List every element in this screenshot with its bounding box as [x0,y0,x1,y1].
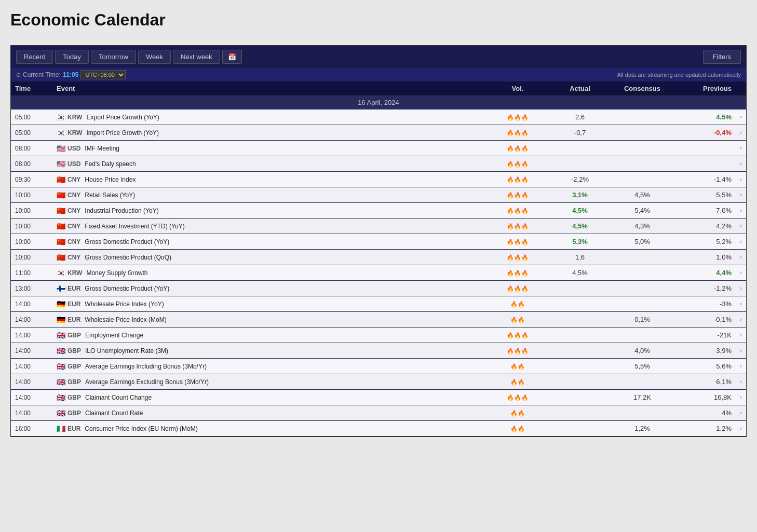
row-arrow[interactable]: › [736,252,746,262]
btn-week[interactable]: Week [138,50,171,64]
row-arrow[interactable]: › [736,159,746,169]
event-name: Export Price Growth (YoY) [86,114,159,121]
calendar-icon-button[interactable]: 📅 [222,50,242,64]
table-row[interactable]: 10:00 🇨🇳 CNY Fixed Asset Investment (YTD… [11,219,746,234]
streaming-text: All data are streaming and updated autom… [617,72,741,78]
row-actual [549,333,611,337]
row-arrow[interactable]: › [736,361,746,371]
row-volatility: 🔥🔥🔥 [486,391,549,403]
row-event: 🇰🇷 KRW Money Supply Growth [52,267,486,279]
table-row[interactable]: 10:00 🇨🇳 CNY Industrial Production (YoY)… [11,203,746,219]
row-arrow[interactable]: › [736,174,746,184]
row-actual [549,364,611,369]
row-volatility: 🔥🔥🔥 [486,329,549,341]
row-arrow[interactable]: › [736,221,746,231]
row-event: 🇮🇹 EUR Consumer Price Index (EU Norm) (M… [52,422,486,435]
row-arrow[interactable]: › [736,112,746,122]
row-arrow[interactable]: › [736,206,746,215]
table-row[interactable]: 11:00 🇰🇷 KRW Money Supply Growth 🔥🔥🔥 4,5… [11,265,746,281]
flame-icon: 🔥 [507,114,514,120]
row-actual: 3,1% [549,189,611,201]
table-row[interactable]: 14:00 🇬🇧 GBP Average Earnings Including … [11,359,746,374]
row-consensus [611,178,673,182]
flame-icon: 🔥 [507,285,514,292]
table-row[interactable]: 10:00 🇨🇳 CNY Gross Domestic Product (YoY… [11,234,746,250]
flame-icon: 🔥 [521,348,529,354]
row-arrow[interactable]: › [736,128,746,138]
row-arrow[interactable]: › [736,190,746,200]
row-arrow[interactable]: › [736,346,746,356]
flame-icon: 🔥 [507,208,514,214]
currency-code: KRW [67,269,82,277]
row-arrow[interactable]: › [736,330,746,340]
table-row[interactable]: 09:30 🇨🇳 CNY House Price Index 🔥🔥🔥 -2,2%… [11,172,746,187]
row-volatility: 🔥🔥🔥 [486,204,549,216]
table-row[interactable]: 14:00 🇬🇧 GBP ILO Unemployment Rate (3M) … [11,343,746,359]
table-row[interactable]: 05:00 🇰🇷 KRW Export Price Growth (YoY) 🔥… [11,110,746,125]
row-time: 14:00 [11,376,52,388]
row-arrow[interactable]: › [736,299,746,309]
row-event: 🇨🇳 CNY House Price Index [52,173,486,186]
row-arrow[interactable]: › [736,315,746,324]
country-flag: 🇨🇳 [57,222,65,230]
table-row[interactable]: 10:00 🇨🇳 CNY Gross Domestic Product (QoQ… [11,250,746,265]
table-row[interactable]: 16:00 🇮🇹 EUR Consumer Price Index (EU No… [11,421,746,436]
row-time: 14:00 [11,330,52,341]
btn-next-week[interactable]: Next week [173,50,220,64]
table-row[interactable]: 14:00 🇩🇪 EUR Wholesale Price Index (MoM)… [11,312,746,328]
table-row[interactable]: 05:00 🇰🇷 KRW Import Price Growth (YoY) 🔥… [11,125,746,141]
btn-recent[interactable]: Recent [16,50,53,64]
filters-button[interactable]: Filters [703,50,741,64]
row-arrow[interactable]: › [736,392,746,402]
row-actual: 2,6 [549,111,611,123]
row-event: 🇬🇧 GBP Employment Change [52,329,486,342]
table-row[interactable]: 08:00 🇺🇸 USD IMF Meeting 🔥🔥🔥 › [11,141,746,156]
row-arrow[interactable]: › [736,283,746,293]
row-event: 🇫🇮 EUR Gross Domestic Product (YoY) [52,282,486,295]
table-row[interactable]: 10:00 🇨🇳 CNY Retail Sales (YoY) 🔥🔥🔥 3,1%… [11,187,746,203]
btn-today[interactable]: Today [55,50,89,64]
row-previous: -1,2% [673,282,736,294]
country-flag: 🇨🇳 [57,175,65,184]
btn-tomorrow[interactable]: Tomorrow [91,50,136,64]
nav-buttons: Recent Today Tomorrow Week Next week 📅 [16,50,242,64]
flame-icon: 🔥 [521,145,529,152]
timezone-select[interactable]: UTC+08:00 UTC+00:00 UTC-05:00 [80,70,126,79]
flame-icon: 🔥 [521,223,529,229]
flame-icon: 🔥 [521,208,529,214]
row-time: 09:30 [11,174,52,185]
table-row[interactable]: 14:00 🇬🇧 GBP Average Earnings Excluding … [11,374,746,390]
col-arrow-header [736,85,746,92]
flame-icon: 🔥 [518,301,525,307]
currency-code: EUR [67,285,80,292]
event-name: Money Supply Growth [86,269,147,277]
row-arrow[interactable]: › [736,268,746,278]
table-row[interactable]: 14:00 🇬🇧 GBP Claimant Count Rate 🔥🔥 4% › [11,405,746,421]
table-row[interactable]: 13:00 🇫🇮 EUR Gross Domestic Product (YoY… [11,281,746,296]
flame-icon: 🔥 [507,254,514,261]
table-row[interactable]: 14:00 🇬🇧 GBP Claimant Count Change 🔥🔥🔥 1… [11,390,746,405]
row-time: 05:00 [11,127,52,139]
row-arrow[interactable]: › [736,408,746,418]
flame-icon: 🔥 [514,176,521,183]
row-consensus: 5,5% [611,360,673,372]
row-time: 08:00 [11,158,52,170]
row-previous: -1,4% [673,173,736,185]
row-event: 🇰🇷 KRW Import Price Growth (YoY) [52,127,486,139]
flame-icon: 🔥 [518,379,525,385]
row-consensus [611,162,673,166]
row-previous: -21K [673,329,736,341]
row-arrow[interactable]: › [736,143,746,153]
country-flag: 🇮🇹 [57,425,65,433]
table-row[interactable]: 08:00 🇺🇸 USD Fed's Daly speech 🔥🔥🔥 › [11,156,746,172]
row-arrow[interactable]: › [736,424,746,433]
row-arrow[interactable]: › [736,237,746,247]
row-time: 10:00 [11,221,52,232]
row-previous: -0,4% [673,127,736,139]
col-time: Time [11,85,52,92]
table-row[interactable]: 14:00 🇬🇧 GBP Employment Change 🔥🔥🔥 -21K … [11,328,746,343]
status-bar: ⊙ Current Time: 11:05 UTC+08:00 UTC+00:0… [11,68,746,81]
row-arrow[interactable]: › [736,377,746,387]
row-event: 🇨🇳 CNY Retail Sales (YoY) [52,189,486,201]
table-row[interactable]: 14:00 🇩🇪 EUR Wholesale Price Index (YoY)… [11,296,746,312]
